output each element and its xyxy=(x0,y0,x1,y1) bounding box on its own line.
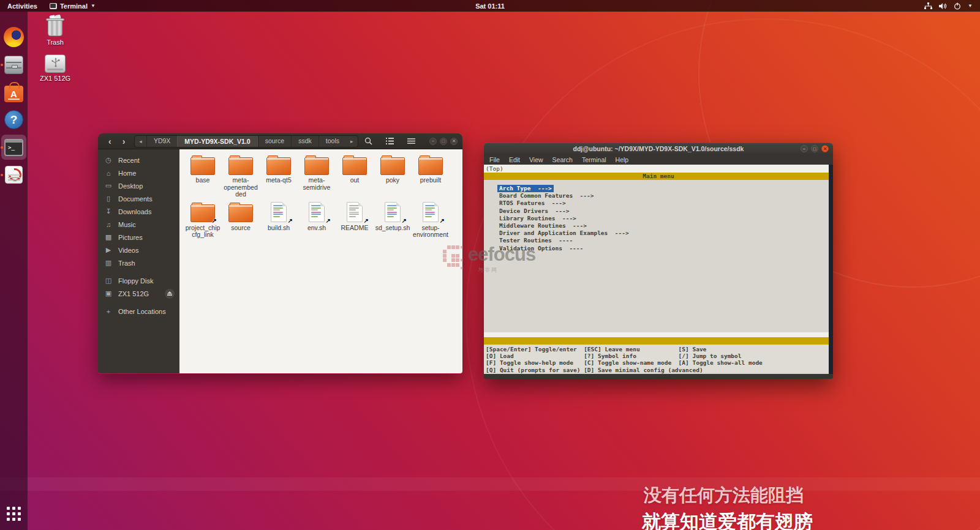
sidebar-item-trash[interactable]: ▥Trash xyxy=(98,256,179,269)
running-indicator xyxy=(1,146,3,149)
file-name: prebuilt xyxy=(413,177,448,184)
close-button[interactable]: ✕ xyxy=(450,138,458,145)
path-segment[interactable]: MYD-YD9X-SDK_V1.0 xyxy=(177,135,257,147)
sidebar-item-icon: ▯ xyxy=(104,195,113,203)
search-icon xyxy=(364,137,372,145)
view-toggle-button[interactable] xyxy=(382,136,398,147)
system-status-area[interactable]: ▼ xyxy=(924,0,980,12)
activities-label: Activities xyxy=(7,2,37,10)
keybind-line: [F] Toggle show-help mode [C] Toggle sho… xyxy=(486,359,833,366)
maximize-button[interactable]: □ xyxy=(440,138,447,145)
show-applications-button[interactable] xyxy=(1,503,26,524)
menuconfig-row: Validation Options ---- xyxy=(484,241,833,248)
file-item-prebuilt[interactable]: prebuilt xyxy=(412,154,450,184)
file-item-base[interactable]: base xyxy=(184,154,222,184)
app-menu-button[interactable]: Terminal ▼ xyxy=(45,0,100,12)
terminal-menu-edit[interactable]: Edit xyxy=(509,156,520,163)
file-name: source xyxy=(223,225,258,232)
desktop-icon-label: Trash xyxy=(47,39,64,46)
desktop-icon-trash[interactable]: Trash xyxy=(33,17,77,46)
path-scroll-right-icon[interactable]: ▸ xyxy=(346,138,358,144)
menuconfig-row: Driver and Application Examples ---> xyxy=(484,226,833,233)
file-item-project_chipcfg_link[interactable]: ↗project_chipcfg_link xyxy=(184,202,222,239)
sidebar-item-pictures[interactable]: ▩Pictures xyxy=(98,231,179,244)
menuconfig-breadcrumb: (Top) xyxy=(484,165,833,173)
symlink-emblem-icon: ↗ xyxy=(212,217,217,224)
path-segment[interactable]: tools xyxy=(318,135,346,147)
close-button[interactable]: ✕ xyxy=(821,145,829,152)
terminal-menu-file[interactable]: File xyxy=(489,156,500,163)
file-name: sd_setup.sh xyxy=(375,225,410,232)
terminal-menu-search[interactable]: Search xyxy=(552,156,573,163)
sidebar-item-icon: ◷ xyxy=(104,156,113,164)
file-name: env.sh xyxy=(299,225,334,232)
sidebar-item-desktop[interactable]: ▭Desktop xyxy=(98,179,179,192)
sidebar-item-floppy-disk[interactable]: ◫Floppy Disk xyxy=(98,274,179,287)
file-line xyxy=(349,214,359,215)
minimize-button[interactable]: − xyxy=(429,138,437,145)
file-item-meta-semidrive[interactable]: meta-semidrive xyxy=(298,154,336,191)
sidebar-item-documents[interactable]: ▯Documents xyxy=(98,192,179,205)
file-item-sd_setup.sh[interactable]: ↗sd_setup.sh xyxy=(374,202,412,232)
dock-item-document-viewer[interactable] xyxy=(1,162,26,187)
file-item-build.sh[interactable]: ↗build.sh xyxy=(260,202,298,232)
terminal-menu-terminal[interactable]: Terminal xyxy=(582,156,606,163)
activities-button[interactable]: Activities xyxy=(0,0,45,12)
file-item-meta-openembedded[interactable]: meta-openembedded xyxy=(222,154,260,198)
back-button[interactable]: ‹ xyxy=(103,134,117,149)
file-item-source[interactable]: source xyxy=(222,202,260,232)
files-headerbar: ‹ › ◂ YD9XMYD-YD9X-SDK_V1.0sourcessdktoo… xyxy=(98,133,462,149)
sidebar-item-downloads[interactable]: ↧Downloads xyxy=(98,205,179,218)
file-glyph xyxy=(423,202,439,222)
file-item-out[interactable]: out xyxy=(336,154,374,184)
running-indicator xyxy=(1,174,3,176)
sidebar-item-icon: ▥ xyxy=(104,259,113,267)
dock-item-help[interactable]: ? xyxy=(1,107,26,132)
dock-item-ubuntu-software[interactable]: A xyxy=(1,80,26,105)
terminal-menu-help[interactable]: Help xyxy=(616,156,629,163)
terminal-menu-view[interactable]: View xyxy=(529,156,543,163)
clock[interactable]: Sat 01:11 xyxy=(0,2,980,10)
file-line xyxy=(311,216,318,217)
file-item-setup-environment[interactable]: ↗setup-environment xyxy=(412,202,450,239)
file-line xyxy=(273,216,280,217)
wallpaper-band xyxy=(0,477,980,491)
path-segment[interactable]: ssdk xyxy=(291,135,318,147)
sidebar-item-videos[interactable]: ▶Videos xyxy=(98,244,179,256)
search-button[interactable] xyxy=(360,136,376,147)
file-glyph xyxy=(309,202,325,222)
menu-button[interactable] xyxy=(403,136,419,147)
dock-item-firefox[interactable] xyxy=(1,24,26,50)
forward-button[interactable]: › xyxy=(117,134,131,149)
desktop-icon-zx1-512g[interactable]: ZX1 512G xyxy=(33,54,77,82)
path-segment[interactable]: YD9X xyxy=(146,135,177,147)
eject-button[interactable] xyxy=(165,289,175,299)
terminal-window-edge xyxy=(484,374,833,379)
file-item-poky[interactable]: poky xyxy=(374,154,412,184)
sidebar-item-zx1-512g[interactable]: ▣ZX1 512G xyxy=(98,287,179,300)
dock-item-terminal[interactable] xyxy=(1,135,26,160)
sidebar-item-recent[interactable]: ◷Recent xyxy=(98,154,179,166)
terminal-titlebar[interactable]: ddj@ubuntu: ~/YD9X/MYD-YD9X-SDK_V1.0/sou… xyxy=(484,143,833,154)
file-item-env.sh[interactable]: ↗env.sh xyxy=(298,202,336,232)
file-line xyxy=(349,212,359,213)
path-segment[interactable]: source xyxy=(258,135,292,147)
menuconfig-item[interactable]: Validation Options ---- xyxy=(497,245,585,252)
terminal-scrollbar[interactable] xyxy=(829,165,833,374)
file-line xyxy=(273,209,280,211)
sidebar-item-home[interactable]: ⌂Home xyxy=(98,166,179,179)
file-item-meta-qt5[interactable]: meta-qt5 xyxy=(260,154,298,184)
maximize-button[interactable]: □ xyxy=(811,145,818,152)
sidebar-item-other-locations[interactable]: +Other Locations xyxy=(98,305,179,318)
sidebar-item-icon: ◫ xyxy=(104,277,113,285)
minimize-button[interactable]: − xyxy=(801,145,808,152)
dock-item-files[interactable] xyxy=(1,52,26,77)
file-line xyxy=(349,205,359,206)
firefox-icon xyxy=(4,27,24,47)
symlink-emblem-icon: ↗ xyxy=(364,217,369,224)
sidebar-item-music[interactable]: ♫Music xyxy=(98,218,179,231)
path-scroll-left-icon[interactable]: ◂ xyxy=(135,138,146,144)
file-name: meta-openembedded xyxy=(223,177,258,198)
volume-icon xyxy=(939,2,947,10)
file-item-README[interactable]: ↗README xyxy=(336,202,374,232)
